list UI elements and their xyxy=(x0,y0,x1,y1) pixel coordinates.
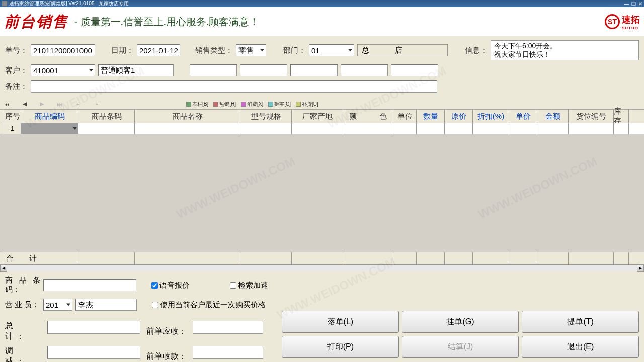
header-panel: 前台销售 - 质量第一.信誉至上.用心服务.顾客满意！ ST 速拓 SUTUO xyxy=(0,7,644,36)
dept-combo[interactable]: 01 xyxy=(309,44,354,56)
app-icon xyxy=(2,1,7,6)
nav-last-button: ⏭ xyxy=(57,101,62,107)
grid-nav-toolbar: ⏮ ◀ ▶ ⏭ ＋ － 表栏[B] 热键[H] 消费[X] 拆零[C] 补货[U… xyxy=(0,99,644,110)
dept-label: 部门： xyxy=(283,46,306,55)
remark-input[interactable] xyxy=(31,80,437,93)
prev-paid-label: 前单收款： xyxy=(146,346,187,362)
bottom-panel: 商品条码： 语音报价 检索加速 营 业 员： 201 使用当前客户最近一次购买价… xyxy=(0,272,644,362)
items-grid: 序号 商品编码 商品条码 商品名称 型号规格 厂家产地 颜 色 单位 数量 原价… xyxy=(0,110,644,272)
salesman-combo[interactable]: 201 xyxy=(43,299,72,311)
nav-add-button[interactable]: ＋ xyxy=(75,100,81,108)
tool-table-button[interactable]: 表栏[B] xyxy=(186,101,208,108)
info-label: 信息： xyxy=(465,46,488,55)
settle-button: 结算(J) xyxy=(402,336,519,358)
drop-order-button[interactable]: 落单(L) xyxy=(282,311,399,333)
brand-logo: ST 速拓 SUTUO xyxy=(605,14,640,30)
col-loc[interactable]: 货位编号 xyxy=(569,110,614,123)
prev-due-input[interactable] xyxy=(193,321,263,334)
barcode-label: 商品条码： xyxy=(5,276,40,295)
customer-label: 客户： xyxy=(5,66,28,75)
saletype-label: 销售类型： xyxy=(195,46,233,55)
remark-label: 备注： xyxy=(5,82,28,92)
table-row[interactable]: 1 xyxy=(0,123,644,134)
tool-supply-button[interactable]: 补货[U] xyxy=(296,101,318,108)
barcode-input[interactable] xyxy=(43,279,136,291)
grid-hscroll[interactable]: ◀ ▶ xyxy=(0,264,644,272)
exit-button[interactable]: 退出(E) xyxy=(522,336,639,358)
col-color[interactable]: 颜 色 xyxy=(343,110,393,123)
grid-header: 序号 商品编码 商品条码 商品名称 型号规格 厂家产地 颜 色 单位 数量 原价… xyxy=(0,110,644,123)
tool-spend-button[interactable]: 消费[X] xyxy=(241,101,263,108)
window-controls: — ❐ ✕ xyxy=(623,1,644,7)
date-label: 日期： xyxy=(111,46,134,55)
tool-zero-button[interactable]: 拆零[C] xyxy=(268,101,291,108)
customer-combo[interactable]: 410001 xyxy=(31,64,95,76)
adjust-input[interactable] xyxy=(47,346,140,359)
col-name[interactable]: 商品名称 xyxy=(135,110,240,123)
title-bar: 速拓家纺管理系统[辉煌版] Ver21.0105 - 某家纺店专用 — ❐ ✕ xyxy=(0,0,644,7)
col-unit[interactable]: 单位 xyxy=(393,110,417,123)
nav-delete-button[interactable]: － xyxy=(94,100,100,108)
date-input[interactable] xyxy=(137,44,180,56)
hold-order-button[interactable]: 挂单(G) xyxy=(402,311,519,333)
grid-body[interactable]: 1 xyxy=(0,123,644,252)
info-box: 今天下午6:00开会。 祝大家节日快乐！ xyxy=(491,40,639,60)
salesman-name-input[interactable] xyxy=(75,299,137,311)
extra-field-3[interactable] xyxy=(290,64,338,76)
col-stock[interactable]: 库存 xyxy=(614,110,629,123)
form-panel: 单号： 日期： 销售类型： 零售 部门： 01 总 店 信息： 今天下午6:00… xyxy=(0,36,644,99)
order-label: 单号： xyxy=(5,46,28,55)
salesman-label: 营 业 员： xyxy=(5,300,40,310)
grid-footer: 合 计 xyxy=(0,252,644,264)
close-button[interactable]: ✕ xyxy=(637,1,644,7)
nav-prev-button[interactable]: ◀ xyxy=(23,101,27,107)
logo-text: 速拓 xyxy=(622,14,640,26)
print-button[interactable]: 打印(P) xyxy=(282,336,399,358)
order-input[interactable] xyxy=(31,44,95,56)
col-oprice[interactable]: 原价 xyxy=(445,110,473,123)
prev-due-label: 前单应收： xyxy=(146,321,187,342)
col-barcode[interactable]: 商品条码 xyxy=(78,110,135,123)
fast-checkbox[interactable]: 检索加速 xyxy=(230,281,268,290)
total-label: 合 计 xyxy=(4,252,78,264)
col-price[interactable]: 单价 xyxy=(509,110,537,123)
extra-field-1[interactable] xyxy=(190,64,237,76)
scroll-left-button[interactable]: ◀ xyxy=(0,265,7,272)
col-seq[interactable]: 序号 xyxy=(4,110,21,123)
total-sum-label: 总 计： xyxy=(5,321,41,342)
nav-first-button[interactable]: ⏮ xyxy=(4,101,10,107)
dept-name-display: 总 店 xyxy=(357,44,448,56)
col-qty[interactable]: 数量 xyxy=(417,110,445,123)
tool-hotkey-button[interactable]: 热键[H] xyxy=(213,101,236,108)
col-spec[interactable]: 型号规格 xyxy=(240,110,292,123)
customer-name-input[interactable] xyxy=(98,64,174,76)
minimize-button[interactable]: — xyxy=(623,1,630,7)
page-title: 前台销售 xyxy=(4,12,68,32)
scroll-right-button[interactable]: ▶ xyxy=(637,265,644,272)
adjust-label: 调 减： xyxy=(5,346,41,362)
nav-next-button: ▶ xyxy=(40,101,44,107)
code-cell[interactable] xyxy=(21,123,78,134)
logo-mark: ST xyxy=(605,14,620,29)
voice-checkbox[interactable]: 语音报价 xyxy=(151,281,190,290)
lastprice-checkbox[interactable]: 使用当前客户最近一次购买价格 xyxy=(152,300,266,310)
action-buttons: 落单(L) 挂单(G) 提单(T) 打印(P) 结算(J) 退出(E) xyxy=(282,276,639,362)
take-order-button[interactable]: 提单(T) xyxy=(522,311,639,333)
extra-field-2[interactable] xyxy=(240,64,287,76)
col-origin[interactable]: 厂家产地 xyxy=(292,110,343,123)
maximize-button[interactable]: ❐ xyxy=(630,1,637,7)
extra-field-4[interactable] xyxy=(341,64,388,76)
total-sum-input[interactable] xyxy=(47,321,140,334)
page-subtitle: - 质量第一.信誉至上.用心服务.顾客满意！ xyxy=(74,15,259,29)
saletype-combo[interactable]: 零售 xyxy=(236,44,266,56)
col-disc[interactable]: 折扣(%) xyxy=(473,110,509,123)
extra-field-5[interactable] xyxy=(391,64,438,76)
logo-sub: SUTUO xyxy=(622,26,640,30)
prev-paid-input[interactable] xyxy=(193,346,263,359)
col-amount[interactable]: 金额 xyxy=(537,110,569,123)
window-title: 速拓家纺管理系统[辉煌版] Ver21.0105 - 某家纺店专用 xyxy=(9,0,129,7)
col-code[interactable]: 商品编码 xyxy=(21,110,78,123)
